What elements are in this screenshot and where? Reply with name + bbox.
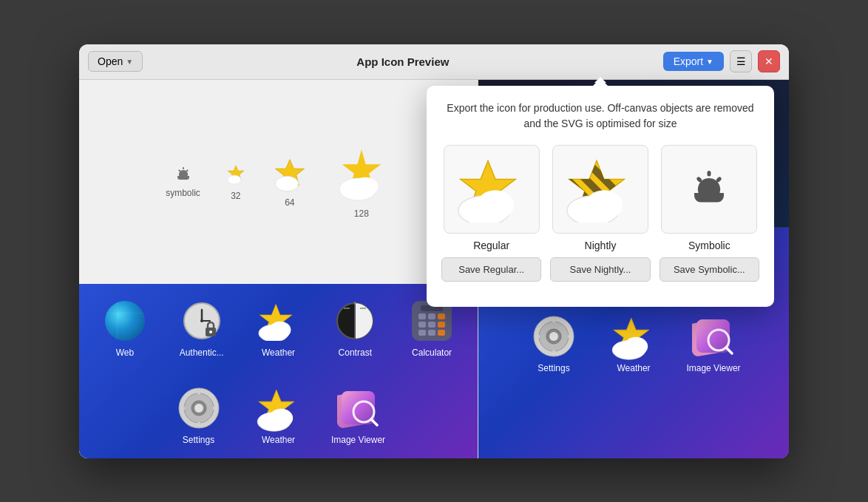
- app-icon-web[interactable]: Web: [87, 291, 163, 364]
- tooltip-arrow: [593, 78, 608, 86]
- svg-point-7: [342, 180, 363, 194]
- contrast-svg-icon: [335, 301, 375, 341]
- svg-point-36: [624, 336, 648, 356]
- imageviewer-label: Image Viewer: [331, 435, 385, 445]
- weather-svg-icon: [257, 301, 299, 341]
- size-label-symbolic: symbolic: [166, 188, 200, 198]
- svg-point-22: [194, 404, 203, 413]
- tooltip-description: Export the icon for production use. Off-…: [441, 101, 759, 132]
- right-weather-icon: [610, 313, 657, 360]
- right-settings-svg: [532, 315, 575, 358]
- nightly-label: Nightly: [585, 240, 617, 251]
- svg-point-43: [477, 190, 514, 220]
- calc-btn-2: [428, 313, 435, 319]
- app-icon-weather-row1[interactable]: Weather: [240, 291, 317, 364]
- contrast-label: Contrast: [339, 347, 372, 358]
- size-label-128: 128: [354, 208, 369, 219]
- size-label-32: 32: [231, 191, 240, 201]
- regular-preview: [444, 145, 540, 234]
- svg-point-51: [586, 190, 623, 220]
- export-option-symbolic: Symbolic Save Symbolic...: [660, 145, 759, 282]
- right-app-icon-imageviewer[interactable]: Image Viewer: [674, 307, 753, 379]
- calc-buttons-row2: [418, 322, 445, 328]
- settings-svg-icon: [177, 387, 220, 430]
- nightly-icon: [563, 156, 637, 223]
- svg-point-1: [228, 175, 241, 184]
- regular-label: Regular: [473, 240, 509, 251]
- svg-point-13: [209, 330, 212, 333]
- app-icon-contrast[interactable]: Contrast: [316, 291, 393, 364]
- web-label: Web: [116, 347, 134, 358]
- auth-icon: [178, 297, 226, 345]
- right-imageviewer-icon: [690, 313, 737, 360]
- close-button[interactable]: ✕: [758, 50, 780, 72]
- symbolic-preview: [661, 145, 757, 234]
- preview-area: symbolic 32 64: [79, 80, 478, 284]
- icon-row-1: Web: [79, 284, 478, 371]
- app-icon-settings[interactable]: Settings: [159, 379, 239, 451]
- size-preview-32: 32: [224, 163, 248, 201]
- menu-button[interactable]: ☰: [730, 50, 752, 72]
- calc-icon-inner: [412, 301, 452, 341]
- open-dropdown-arrow[interactable]: ▼: [126, 58, 133, 66]
- close-icon: ✕: [764, 55, 773, 67]
- calc-buttons-row1: [418, 313, 445, 319]
- calc-buttons-row3: [418, 330, 445, 336]
- export-tooltip: Export the icon for production use. Off-…: [427, 86, 774, 307]
- svg-point-3: [275, 176, 298, 191]
- open-button[interactable]: Open ▼: [88, 51, 143, 72]
- app-icon-weather-row2[interactable]: Weather: [239, 379, 319, 451]
- calc-btn-3: [418, 322, 426, 328]
- right-imageviewer-label: Image Viewer: [686, 363, 740, 373]
- svg-point-16: [270, 321, 291, 338]
- web-icon: [101, 297, 149, 345]
- right-app-icon-weather[interactable]: Weather: [594, 307, 674, 379]
- app-icon-auth[interactable]: Authentic...: [163, 291, 240, 364]
- size-preview-64: 64: [271, 156, 308, 208]
- nightly-preview: [552, 145, 648, 234]
- icon-row-2: Settings Weather: [79, 371, 478, 458]
- export-button[interactable]: Export ▼: [663, 52, 724, 71]
- weather-icon-row2: [255, 384, 302, 432]
- right-weather-svg: [610, 313, 657, 360]
- export-label: Export: [674, 55, 703, 67]
- calc-btn-op3: [438, 330, 445, 336]
- calc-btn-op1: [438, 313, 445, 319]
- settings-label: Settings: [183, 435, 214, 445]
- right-settings-label: Settings: [538, 363, 569, 373]
- clock-svg-icon: [182, 301, 222, 341]
- size-preview-symbolic: symbolic: [166, 166, 200, 198]
- save-symbolic-button[interactable]: Save Symbolic...: [660, 257, 759, 282]
- svg-point-25: [269, 408, 293, 427]
- save-regular-button[interactable]: Save Regular...: [441, 257, 541, 282]
- save-nightly-button[interactable]: Save Nightly...: [550, 257, 650, 282]
- right-settings-icon: [530, 313, 577, 360]
- symbolic-label: Symbolic: [688, 240, 730, 251]
- settings-icon: [175, 384, 223, 432]
- menu-icon: ☰: [736, 55, 746, 67]
- right-imageviewer-svg: [692, 315, 735, 358]
- svg-point-33: [549, 332, 558, 341]
- symbolic-preview-icon: [687, 167, 731, 211]
- titlebar: Open ▼ App Icon Preview Export ▼ ☰ ✕: [79, 44, 789, 80]
- size-preview-128: 128: [332, 145, 391, 219]
- weather-icon-row1: [254, 297, 302, 345]
- size-label-64: 64: [285, 197, 294, 208]
- weather-icon-32: [224, 163, 248, 186]
- weather-label-row1: Weather: [262, 347, 295, 358]
- right-app-icon-settings[interactable]: Settings: [514, 307, 594, 379]
- right-weather-label: Weather: [617, 363, 650, 373]
- auth-label: Authentic...: [180, 347, 224, 358]
- left-panel: symbolic 32 64: [79, 80, 478, 458]
- app-icon-imageviewer[interactable]: Image Viewer: [319, 379, 399, 451]
- open-label: Open: [98, 55, 123, 67]
- export-option-regular: Regular Save Regular...: [441, 145, 541, 282]
- weather-svg-icon-2: [255, 384, 302, 432]
- calc-btn-5: [418, 330, 426, 336]
- export-options: Regular Save Regular...: [441, 145, 759, 282]
- calc-btn-op2: [438, 322, 445, 328]
- calc-btn-1: [418, 313, 426, 319]
- weather-icon-128: [332, 145, 391, 204]
- export-option-nightly: Nightly Save Nightly...: [550, 145, 650, 282]
- icon-grid-light: Web: [79, 284, 478, 458]
